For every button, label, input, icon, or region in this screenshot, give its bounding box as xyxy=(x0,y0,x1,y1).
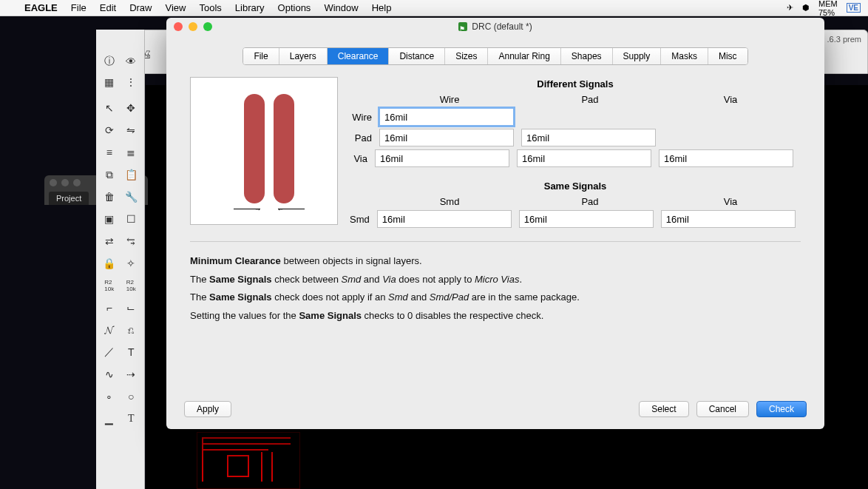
drc-dialog: DRC (default *) File Layers Clearance Di… xyxy=(166,18,824,429)
add-part-icon[interactable]: ▣ xyxy=(99,209,120,229)
macos-menubar: EAGLE File Edit Draw View Tools Library … xyxy=(0,0,868,16)
paste-tool-icon[interactable]: 📋 xyxy=(121,164,142,185)
via-via-input[interactable] xyxy=(659,149,793,167)
route-icon[interactable]: 𝓝 xyxy=(99,320,120,340)
select-tool-icon[interactable]: ↖ xyxy=(99,98,120,118)
bus-tool-icon[interactable]: ⇢ xyxy=(121,364,142,385)
menu-edit[interactable]: Edit xyxy=(93,2,123,13)
tool-palette: ⓘ 👁 ▦ ⋮ ↖ ✥ ⟳ ⇋ ≡ ≣ ⧉ 📋 🗑 🔧 ▣ ☐ ⇄ ⥃ 🔒 ✧ … xyxy=(96,30,145,489)
menu-help[interactable]: Help xyxy=(365,2,399,13)
text-icon[interactable]: T xyxy=(121,342,142,362)
col-pad2: Pad xyxy=(520,196,660,207)
replace-icon[interactable]: ☐ xyxy=(121,209,142,229)
settings-icon[interactable]: ⋮ xyxy=(121,72,142,92)
wire-wire-input[interactable] xyxy=(379,108,514,126)
smd-via-input[interactable] xyxy=(661,210,796,228)
tab-masks[interactable]: Masks xyxy=(661,48,708,64)
smd-smd-input[interactable] xyxy=(377,210,512,228)
tab-layers[interactable]: Layers xyxy=(279,48,328,64)
tab-clearance[interactable]: Clearance xyxy=(328,48,390,64)
delete-tool-icon[interactable]: 🗑 xyxy=(99,186,120,207)
col-smd: Smd xyxy=(379,196,520,207)
menu-options[interactable]: Options xyxy=(271,2,318,13)
smash-icon[interactable]: ✧ xyxy=(121,253,142,274)
value-r1-icon[interactable]: R210k xyxy=(99,275,120,296)
menu-draw[interactable]: Draw xyxy=(123,2,158,13)
hole-tool-icon[interactable]: ○ xyxy=(121,386,142,407)
smd-pad-input[interactable] xyxy=(519,210,654,228)
col-wire: Wire xyxy=(379,94,520,105)
pad-wire-input[interactable] xyxy=(379,129,514,146)
net-tool-icon[interactable]: ∿ xyxy=(99,364,120,385)
menu-tools[interactable]: Tools xyxy=(192,2,228,13)
gate-swap-icon[interactable]: ⥃ xyxy=(121,231,142,252)
clearance-preview: →← xyxy=(190,77,338,225)
different-signals-title: Different Signals xyxy=(350,78,801,90)
tab-sizes[interactable]: Sizes xyxy=(445,48,488,64)
rotate-tool-icon[interactable]: ⟳ xyxy=(99,120,120,141)
via-tool-icon[interactable]: ∘ xyxy=(99,386,120,407)
value-r2-icon[interactable]: R210k xyxy=(121,275,142,296)
check-button[interactable]: Check xyxy=(756,401,807,417)
col-pad: Pad xyxy=(520,94,660,105)
pcb-board-view[interactable] xyxy=(197,432,300,489)
lock-icon[interactable]: 🔒 xyxy=(99,253,120,274)
project-tab[interactable]: Project xyxy=(49,192,89,205)
same-col-headers: Smd Pad Via xyxy=(379,196,801,207)
line-tool-icon[interactable]: ▁ xyxy=(99,408,120,429)
mirror-tool-icon[interactable]: ⇋ xyxy=(121,120,142,141)
tab-shapes[interactable]: Shapes xyxy=(561,48,613,64)
col-via: Via xyxy=(660,94,801,105)
select-button[interactable]: Select xyxy=(639,401,688,417)
menu-library[interactable]: Library xyxy=(228,2,271,13)
drc-tabs: File Layers Clearance Distance Sizes Ann… xyxy=(243,47,747,65)
via-wire-input[interactable] xyxy=(375,149,509,167)
tab-annular-ring[interactable]: Annular Ring xyxy=(488,48,560,64)
app-name[interactable]: EAGLE xyxy=(18,2,64,13)
layers-icon[interactable]: ▦ xyxy=(99,72,120,92)
copy-tool-icon[interactable]: ⧉ xyxy=(99,164,120,185)
same-signals-title: Same Signals xyxy=(350,181,801,192)
move-tool-icon[interactable]: ✥ xyxy=(121,98,142,118)
text-tool-icon[interactable]: T xyxy=(121,408,142,429)
dialog-title: DRC (default *) xyxy=(166,18,824,36)
tab-file[interactable]: File xyxy=(243,48,279,64)
memory-indicator[interactable]: MEM75% xyxy=(818,0,838,17)
wrench-tool-icon[interactable]: 🔧 xyxy=(121,186,142,207)
row-label-smd: Smd xyxy=(350,214,377,225)
apply-button[interactable]: Apply xyxy=(184,401,231,417)
wire-icon[interactable]: ／ xyxy=(99,342,120,362)
miter-icon[interactable]: ⌐ xyxy=(99,297,120,318)
ripup-icon[interactable]: ⎌ xyxy=(121,320,142,340)
location-icon[interactable]: ✈ xyxy=(787,3,793,13)
version-label: .6.3 prem xyxy=(827,35,861,44)
tab-supply[interactable]: Supply xyxy=(613,48,662,64)
split-icon[interactable]: ⌙ xyxy=(121,297,142,318)
via-pad-input[interactable] xyxy=(517,149,651,167)
align-tool-icon[interactable]: ≣ xyxy=(121,142,142,163)
row-label-via: Via xyxy=(350,153,375,164)
row-label-pad: Pad xyxy=(350,132,379,144)
dropbox-icon[interactable]: ⬢ xyxy=(802,3,810,13)
align-left-icon[interactable]: ≡ xyxy=(99,142,120,163)
menu-window[interactable]: Window xyxy=(317,2,365,13)
clearance-notes: Minimum Clearance between objects in sig… xyxy=(190,252,801,326)
diff-col-headers: Wire Pad Via xyxy=(379,94,801,105)
pad-pad-input[interactable] xyxy=(521,129,656,146)
vnc-indicator[interactable]: VE xyxy=(847,3,861,13)
drc-chip-icon xyxy=(458,22,467,31)
tab-distance[interactable]: Distance xyxy=(389,48,445,64)
row-label-wire: Wire xyxy=(350,112,379,123)
menu-file[interactable]: File xyxy=(64,2,93,13)
tab-misc[interactable]: Misc xyxy=(708,48,747,64)
info-icon[interactable]: ⓘ xyxy=(99,52,120,71)
eye-icon[interactable]: 👁 xyxy=(121,52,142,71)
menu-view[interactable]: View xyxy=(159,2,193,13)
col-via2: Via xyxy=(660,196,801,207)
cancel-button[interactable]: Cancel xyxy=(696,401,749,417)
pin-swap-icon[interactable]: ⇄ xyxy=(99,231,120,252)
